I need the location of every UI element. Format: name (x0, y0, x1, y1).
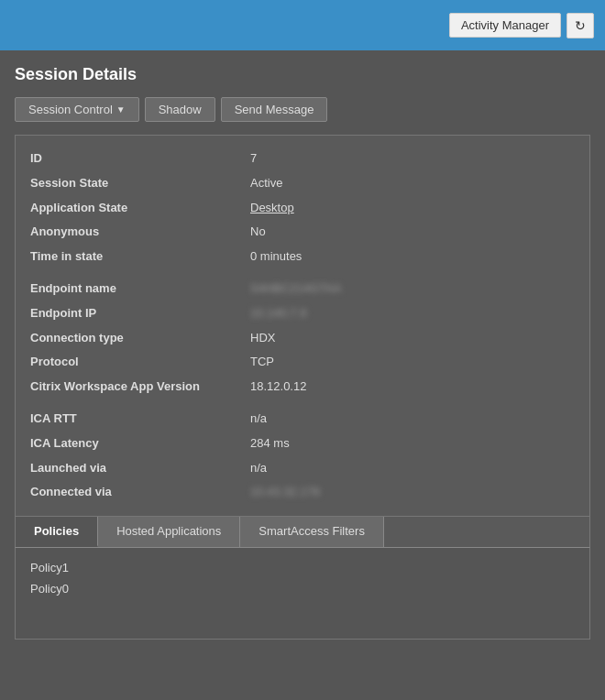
detail-row: Connected via10.43.32.178 (30, 480, 575, 505)
tab-content: Policy1Policy0 (15, 548, 590, 640)
detail-row: Endpoint IP10.140.7.9 (30, 301, 575, 326)
detail-label: Citrix Workspace App Version (30, 377, 250, 397)
main-content: Session Details Session Control ▼ Shadow… (0, 50, 605, 700)
detail-row: Application StateDesktop (30, 196, 575, 221)
activity-manager-button[interactable]: Activity Manager (449, 13, 561, 38)
detail-value: n/a (250, 410, 267, 429)
detail-row: ICA RTTn/a (30, 407, 575, 432)
detail-row: ID7 (30, 147, 575, 171)
detail-label: Anonymous (30, 223, 250, 242)
shadow-button[interactable]: Shadow (145, 97, 215, 122)
detail-row: Citrix Workspace App Version18.12.0.12 (30, 375, 575, 399)
detail-value: TCP (250, 353, 274, 372)
send-message-button[interactable]: Send Message (221, 97, 328, 122)
tab-smartaccess-filters[interactable]: SmartAccess Filters (240, 517, 384, 547)
page-title: Session Details (15, 65, 590, 84)
detail-row: ICA Latency284 ms (30, 432, 575, 456)
detail-row: Endpoint nameS4HBC214GTAA (30, 277, 575, 301)
top-bar: Activity Manager ↻ (0, 0, 605, 50)
dropdown-arrow-icon: ▼ (116, 104, 126, 115)
detail-label: Connected via (30, 483, 250, 502)
detail-value: No (250, 223, 266, 242)
detail-value: 7 (250, 149, 257, 169)
detail-label: Time in state (30, 247, 250, 267)
detail-label: Session State (30, 174, 250, 193)
detail-row: AnonymousNo (30, 220, 575, 245)
details-panel: ID7Session StateActiveApplication StateD… (15, 135, 590, 517)
detail-value: 18.12.0.12 (250, 377, 306, 397)
detail-value: 0 minutes (250, 247, 302, 267)
session-control-label: Session Control (28, 103, 113, 116)
detail-row (30, 269, 575, 277)
detail-value: 284 ms (250, 434, 290, 454)
detail-label: ICA RTT (30, 410, 250, 429)
toolbar: Session Control ▼ Shadow Send Message (15, 97, 590, 122)
session-control-button[interactable]: Session Control ▼ (15, 97, 139, 122)
detail-label: ICA Latency (30, 434, 250, 454)
detail-label: ID (30, 149, 250, 169)
detail-value: Active (250, 174, 282, 193)
detail-label: Connection type (30, 329, 250, 348)
detail-row: Launched vian/a (30, 456, 575, 481)
detail-row: Connection typeHDX (30, 326, 575, 351)
tab-policies[interactable]: Policies (16, 517, 98, 547)
detail-label: Endpoint name (30, 279, 250, 299)
tab-hosted-applications[interactable]: Hosted Applications (98, 517, 240, 547)
detail-row: Time in state0 minutes (30, 245, 575, 269)
detail-value: n/a (250, 459, 267, 478)
detail-label: Protocol (30, 353, 250, 372)
detail-row: Session StateActive (30, 171, 575, 196)
policy-item[interactable]: Policy1 (30, 557, 575, 578)
detail-label: Application State (30, 199, 250, 218)
detail-value: 10.140.7.9 (250, 304, 306, 323)
tabs-container: PoliciesHosted ApplicationsSmartAccess F… (15, 517, 590, 548)
detail-label: Launched via (30, 459, 250, 478)
detail-label: Endpoint IP (30, 304, 250, 323)
detail-row: ProtocolTCP (30, 350, 575, 375)
detail-row (30, 399, 575, 407)
policy-item[interactable]: Policy0 (30, 578, 575, 599)
detail-value: Desktop (250, 199, 294, 218)
detail-value: HDX (250, 329, 275, 348)
refresh-button[interactable]: ↻ (566, 13, 594, 38)
detail-value: S4HBC214GTAA (250, 279, 341, 299)
detail-value: 10.43.32.178 (250, 483, 320, 502)
